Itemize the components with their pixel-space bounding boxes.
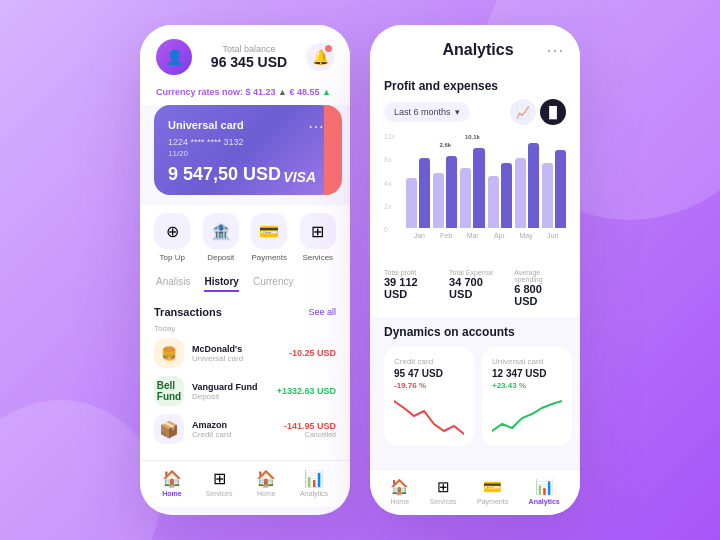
stat-avg-value: 6 800 USD [514, 283, 566, 307]
filter-row: Last 6 months ▾ 📈 ▐▌ [370, 99, 580, 133]
bar-may [515, 143, 539, 228]
month-feb: Feb [433, 232, 460, 239]
transactions-section: Transactions See all Today 🍔 McDonald's … [140, 298, 350, 460]
deposit-icon: 🏦 [203, 213, 239, 249]
rp-nav-services[interactable]: ⊞ Services [430, 478, 457, 505]
profit-bar-apr [488, 176, 499, 228]
chart-type-buttons: 📈 ▐▌ [510, 99, 566, 125]
amazon-amount-block: -141.95 USD Cancelled [284, 421, 336, 438]
usd-rate: $ 41.23 [246, 87, 276, 97]
expense-bar-feb [446, 156, 457, 228]
bar-label-feb: 2.6k [439, 142, 451, 148]
credit-sparkline [394, 396, 464, 436]
tab-analisis[interactable]: Analisis [156, 276, 190, 292]
lp-tabs: Analisis History Currency [140, 270, 350, 298]
home2-icon: 🏠 [256, 469, 276, 488]
currency-label: Currency rates now: [156, 87, 243, 97]
table-row: 🍔 McDonald's Universal card -10.25 USD [154, 338, 336, 368]
rp-nav-analytics[interactable]: 📊 Analytics [529, 478, 560, 505]
nav-home2-label: Home [257, 490, 276, 497]
table-row: 📦 Amazon Credit card -141.95 USD Cancell… [154, 414, 336, 444]
payments-label: Payments [251, 253, 287, 262]
chevron-down-icon: ▾ [455, 107, 460, 117]
bar-jan [406, 158, 430, 228]
expense-bar-jan [419, 158, 430, 228]
notification-bell[interactable]: 🔔 [306, 43, 334, 71]
tx-title: Transactions [154, 306, 222, 318]
topup-action[interactable]: ⊕ Top Up [154, 213, 190, 262]
y-label-2: 2x [384, 203, 395, 210]
tx-see-all[interactable]: See all [308, 307, 336, 317]
rp-home-label: Home [390, 498, 409, 505]
nav-analytics[interactable]: 📊 Analytics [300, 469, 328, 497]
rp-nav-payments[interactable]: 💳 Payments [477, 478, 508, 505]
universal-sparkline [492, 396, 562, 436]
table-row: BellFund Vanguard Fund Deposit +1332.63 … [154, 376, 336, 406]
universal-card-value: 12 347 USD [492, 368, 562, 379]
month-may: May [513, 232, 540, 239]
nav-home2[interactable]: 🏠 Home [256, 469, 276, 497]
profit-section-title: Profit and expenses [370, 71, 580, 99]
line-chart-button[interactable]: 📈 [510, 99, 536, 125]
filter-label: Last 6 months [394, 107, 451, 117]
mcdonalds-info: McDonald's Universal card [192, 344, 281, 363]
profit-bar-feb [433, 173, 444, 228]
right-phone: Analytics ⋯ Profit and expenses Last 6 m… [370, 25, 580, 515]
menu-dots[interactable]: ⋯ [546, 39, 564, 61]
tab-history[interactable]: History [204, 276, 238, 292]
stat-avg-label: Average spending [514, 269, 566, 283]
nav-services-label: Services [206, 490, 233, 497]
balance-block: Total balance 96 345 USD [202, 44, 296, 70]
vanguard-info: Vanguard Fund Deposit [192, 382, 269, 401]
rp-bottom-nav: 🏠 Home ⊞ Services 💳 Payments 📊 Analytics [370, 469, 580, 515]
bar-mar: 10.1k [460, 148, 484, 228]
lp-bottom-nav: 🏠 Home ⊞ Services 🏠 Home 📊 Analytics [140, 460, 350, 507]
quick-actions: ⊕ Top Up 🏦 Deposit 💳 Payments ⊞ Services [140, 205, 350, 270]
topup-label: Top Up [160, 253, 185, 262]
expense-bar-jun [555, 150, 566, 228]
services-action[interactable]: ⊞ Services [300, 213, 336, 262]
tx-header: Transactions See all [154, 306, 336, 318]
rp-header: Analytics ⋯ [370, 25, 580, 71]
vanguard-logo: BellFund [154, 376, 184, 406]
bar-label-mar: 10.1k [465, 134, 480, 140]
nav-home[interactable]: 🏠 Home [162, 469, 182, 497]
stat-expense-value: 34 700 USD [449, 276, 504, 300]
nav-services[interactable]: ⊞ Services [206, 469, 233, 497]
rp-nav-home[interactable]: 🏠 Home [390, 478, 409, 505]
card-expiry: 11/20 [168, 149, 322, 158]
profit-bar-may [515, 158, 526, 228]
credit-card-change: -19.76 % [394, 381, 464, 390]
eur-rate: € 48.55 [290, 87, 320, 97]
deposit-action[interactable]: 🏦 Deposit [203, 213, 239, 262]
universal-card-change: +23.43 % [492, 381, 562, 390]
balance-label: Total balance [202, 44, 296, 54]
accounts-row: Credit card 95 47 USD -19.76 % Universal… [370, 347, 580, 446]
amazon-name: Amazon [192, 420, 276, 430]
y-label-4: 4x [384, 180, 395, 187]
rp-payments-label: Payments [477, 498, 508, 505]
amazon-cancelled: Cancelled [284, 431, 336, 438]
expense-bar-apr [501, 163, 512, 228]
card-name: Universal card [168, 119, 322, 131]
card-menu[interactable]: ⋯ [308, 117, 324, 136]
amazon-logo: 📦 [154, 414, 184, 444]
rp-services-icon: ⊞ [437, 478, 450, 496]
stat-profit-label: Total profit [384, 269, 439, 276]
credit-card-value: 95 47 USD [394, 368, 464, 379]
tab-currency[interactable]: Currency [253, 276, 294, 292]
stat-profit: Total profit 39 112 USD [384, 269, 439, 307]
services-nav-icon: ⊞ [213, 469, 226, 488]
y-label-12: 12x [384, 133, 395, 140]
mcdonalds-amount: -10.25 USD [289, 348, 336, 358]
mcdonalds-logo: 🍔 [154, 338, 184, 368]
card-number: 1224 **** **** 3132 [168, 137, 322, 147]
universal-card: ⋯ Universal card 1224 **** **** 3132 11/… [154, 105, 336, 195]
filter-button[interactable]: Last 6 months ▾ [384, 102, 470, 122]
stat-expense-label: Total Expense [449, 269, 504, 276]
card-accent [324, 105, 342, 195]
bar-chart-button[interactable]: ▐▌ [540, 99, 566, 125]
phones-container: 👤 Total balance 96 345 USD 🔔 Currency ra… [140, 25, 580, 515]
payments-action[interactable]: 💳 Payments [251, 213, 287, 262]
stat-profit-value: 39 112 USD [384, 276, 439, 300]
